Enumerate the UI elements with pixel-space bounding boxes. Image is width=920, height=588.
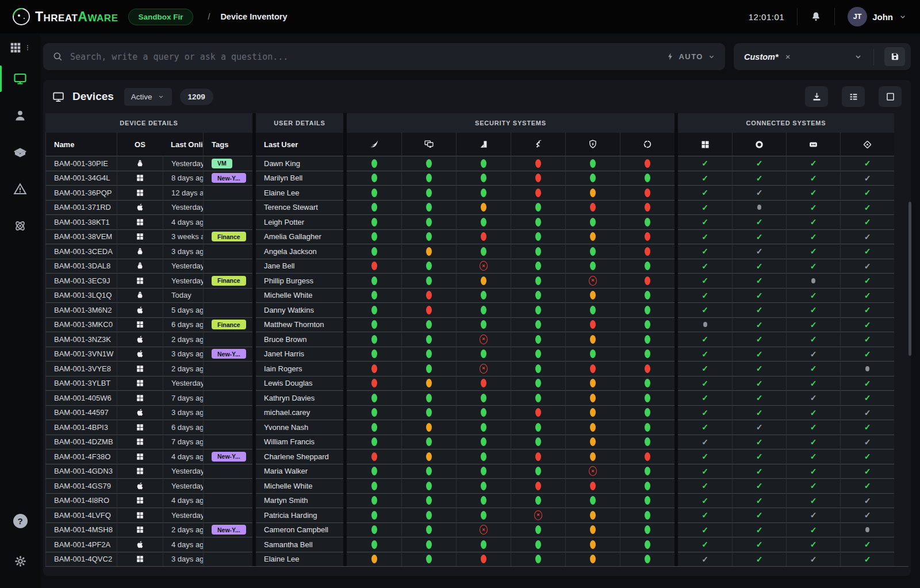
table-row[interactable]: BAM-001-3EC9JYesterdayFinancePhillip Bur… — [45, 273, 908, 288]
col-header-security-split-square-icon[interactable] — [456, 133, 511, 156]
last-online: Yesterday — [163, 376, 203, 391]
table-row[interactable]: BAM-001-4I8RO4 days agoMartyn Smith✓✓✓✓ — [45, 493, 908, 508]
security-status-cell — [511, 171, 565, 186]
connected-status-cell: ✓ — [840, 449, 894, 464]
table-row[interactable]: BAM-001-4F38O4 days agoNew-Y...Charlene … — [45, 449, 908, 464]
col-header-security-gecko-icon[interactable] — [511, 133, 565, 156]
security-status-cell — [511, 361, 565, 376]
col-header-os[interactable]: OS — [117, 133, 163, 156]
status-dot-green — [426, 555, 432, 563]
status-dot-green — [535, 555, 541, 563]
saved-view-dropdown[interactable]: Custom* × — [734, 43, 911, 70]
brand[interactable]: ThreatAware — [13, 8, 118, 25]
connected-check-gray: ✓ — [702, 555, 708, 564]
security-status-cell — [456, 347, 511, 362]
user-menu[interactable]: JT John — [848, 7, 907, 26]
download-button[interactable] — [805, 86, 828, 107]
table-row[interactable]: BAM-001-405W67 days agoKathryn Davies✓✓✓… — [45, 390, 908, 405]
col-header-connected-windows-icon[interactable] — [678, 133, 732, 156]
status-dot-amber — [590, 291, 596, 299]
col-header-security-ring-icon[interactable] — [620, 133, 674, 156]
connected-status-cell: ✓ — [678, 464, 732, 479]
save-view-button[interactable] — [884, 47, 905, 66]
table-row[interactable]: BAM-001-3M6N25 days agoDanny Watkins✓✓✓✓ — [45, 302, 908, 317]
table-row[interactable]: BAM-001-30PIEYesterdayVMDawn King✓✓✓✓ — [45, 156, 908, 171]
table-row[interactable]: BAM-001-3DAL8YesterdayJane Bell✕✓✓✓✓ — [45, 259, 908, 274]
status-dot-green — [535, 540, 541, 549]
breadcrumb[interactable]: Device Inventory — [220, 12, 287, 21]
table-row[interactable]: BAM-001-445973 days agomichael.carey✓✓✓✓ — [45, 405, 908, 420]
sidebar-item-software[interactable] — [0, 136, 40, 169]
search-input[interactable] — [70, 52, 659, 62]
sidebar-item-integrations[interactable] — [0, 209, 40, 243]
connected-check-green: ✓ — [756, 159, 763, 168]
sidebar-item-users[interactable] — [0, 99, 40, 132]
table-row[interactable]: BAM-001-3MKC06 days agoFinanceMatthew Th… — [45, 317, 908, 332]
sidebar-item-devices[interactable] — [0, 62, 40, 95]
connected-check-green: ✓ — [702, 379, 708, 388]
table-row[interactable]: BAM-001-38VEM3 weeks agoFinanceAmelia Ga… — [45, 229, 908, 244]
tag-badge: Finance — [212, 232, 246, 241]
table-row[interactable]: BAM-001-36PQP12 days agoElaine Lee✓✓✓✓ — [45, 185, 908, 200]
col-header-tags[interactable]: Tags — [203, 133, 252, 156]
vertical-scrollbar[interactable] — [908, 202, 911, 356]
status-dot-amber — [590, 525, 596, 534]
notifications-bell-icon[interactable] — [810, 11, 822, 22]
table-row[interactable]: BAM-001-4QVC23 days agoElaine Lee✓✓✓✓ — [45, 552, 908, 567]
close-icon[interactable]: × — [785, 52, 791, 62]
col-header-security-dual-monitors-icon[interactable] — [401, 133, 456, 156]
table-view-button[interactable] — [842, 86, 865, 107]
table-row[interactable]: BAM-001-4GDN3YesterdayMaria Walker✕✓✓✓✓ — [45, 464, 908, 479]
select-mode-button[interactable] — [879, 86, 902, 107]
search-bar[interactable]: AUTO — [43, 43, 725, 70]
col-header-connected-remote-session-icon[interactable] — [786, 133, 840, 156]
last-online: 3 days ago — [163, 552, 203, 567]
auto-mode-toggle[interactable]: AUTO — [666, 52, 716, 61]
last-user: Charlene Sheppard — [256, 449, 343, 464]
status-filter-dropdown[interactable]: Active — [124, 88, 172, 106]
status-dot-green — [426, 335, 432, 344]
sidebar-item-alerts[interactable] — [0, 172, 40, 206]
environment-badge[interactable]: Sandbox Fir — [128, 9, 193, 25]
table-row[interactable]: BAM-001-4MSH82 days agoNew-Y...Cameron C… — [45, 522, 908, 537]
col-header-security-shield-bolt-icon[interactable] — [565, 133, 620, 156]
table-row[interactable]: BAM-001-3LQ1QTodayMichelle White✓✓✓✓ — [45, 288, 908, 303]
last-user: Bruce Brown — [256, 332, 343, 347]
col-header-last-user[interactable]: Last User — [256, 133, 343, 156]
col-header-name[interactable]: Name — [45, 133, 117, 156]
col-header-connected-diamond-icon[interactable] — [840, 133, 894, 156]
connected-status-cell: ✓ — [786, 522, 840, 537]
sidebar-item-help[interactable]: ? — [0, 504, 40, 537]
chevron-down-icon — [157, 93, 165, 101]
last-user: Jane Bell — [256, 259, 343, 274]
sidebar-item-settings[interactable] — [0, 544, 40, 578]
os-linux-icon — [117, 259, 163, 274]
status-dot-red — [645, 247, 650, 256]
table-row[interactable]: BAM-001-3VN1W3 days agoNew-Y...Janet Har… — [45, 347, 908, 362]
table-row[interactable]: BAM-001-4DZMB7 days agoWilliam Francis✓✓… — [45, 435, 908, 449]
connected-check-green: ✓ — [756, 437, 763, 447]
connected-check-green: ✓ — [702, 262, 708, 271]
table-row[interactable]: BAM-001-3YLBTYesterdayLewis Douglas✓✓✓✓ — [45, 376, 908, 391]
table-row[interactable]: BAM-001-4PF2A4 days agoSamantha Bell✓✓✓✓ — [45, 537, 908, 552]
table-row[interactable]: BAM-001-371RDYesterdayTerence Stewart✓✓✓ — [45, 200, 908, 215]
col-header-last-online[interactable]: Last Online — [163, 133, 203, 156]
apps-grid-icon[interactable] — [9, 41, 22, 54]
table-row[interactable]: BAM-001-4LVFQYesterdayPatricia Harding✕✓… — [45, 508, 908, 522]
connected-partial-dot — [865, 527, 869, 532]
table-row[interactable]: BAM-001-4BPI36 days agoYvonne Nash✓✓✓✓ — [45, 420, 908, 435]
table-row[interactable]: BAM-001-34G4L8 days agoNew-Y...Marilyn B… — [45, 171, 908, 186]
table-row[interactable]: BAM-001-4GS79YesterdayMichelle White✓✓✓✓ — [45, 478, 908, 493]
status-dot-green — [535, 262, 541, 270]
table-row[interactable]: BAM-001-3VYE82 days agoIain Rogers✕✓✓✓ — [45, 361, 908, 376]
status-dot-amber — [426, 379, 432, 387]
security-status-cell — [565, 449, 620, 464]
kebab-menu-icon[interactable] — [24, 41, 31, 54]
lightning-icon — [666, 52, 674, 61]
col-header-connected-donut-icon[interactable] — [732, 133, 786, 156]
table-row[interactable]: BAM-001-38KT14 days agoLeigh Potter✓✓✓✓ — [45, 214, 908, 229]
table-row[interactable]: BAM-001-3CEDA3 days agoAngela Jackson✓✓✓… — [45, 244, 908, 259]
table-row[interactable]: BAM-001-3NZ3K2 days agoBruce Brown✕✓✓✓✓ — [45, 332, 908, 347]
col-header-security-falcon-icon[interactable] — [347, 133, 401, 156]
status-dot-green — [590, 247, 596, 256]
